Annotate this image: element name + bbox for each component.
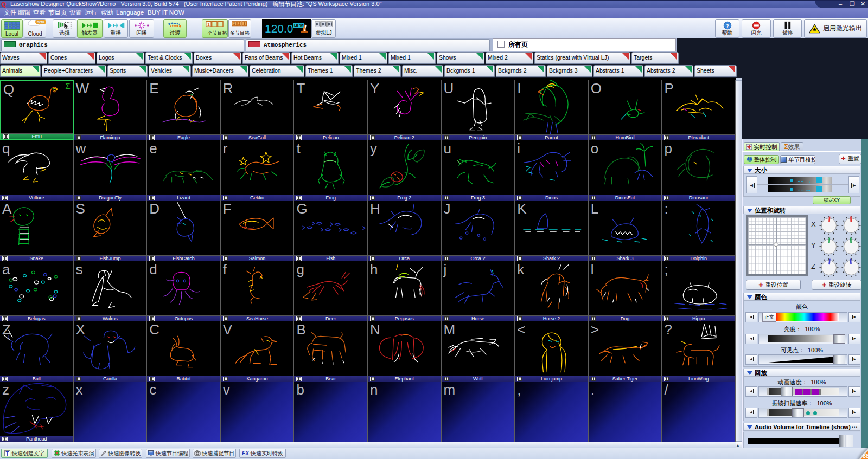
svg-text:3: 3: [244, 21, 246, 26]
svg-text:1: 1: [207, 22, 210, 27]
svg-text:2: 2: [239, 21, 241, 26]
svg-text:1: 1: [233, 21, 235, 26]
svg-text:?: ?: [726, 23, 729, 29]
svg-text:★: ★: [812, 27, 817, 33]
